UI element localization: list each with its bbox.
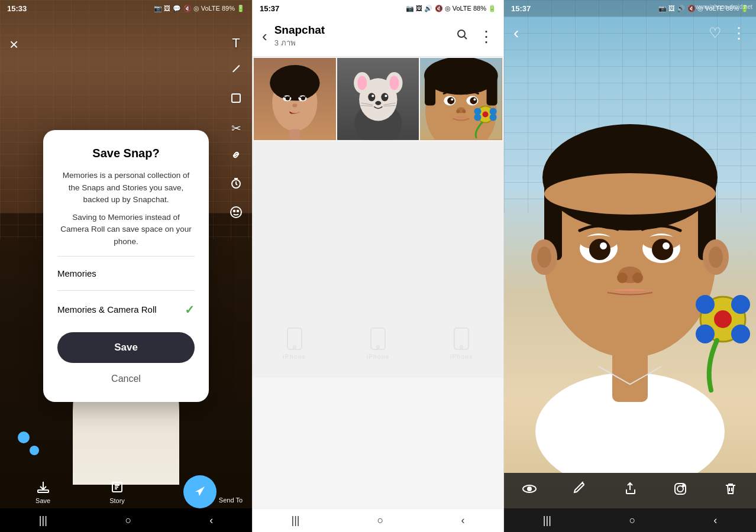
back-button-p3[interactable]: ‹ [513, 24, 519, 43]
photo-3-image [420, 58, 502, 140]
gallery-subtitle: 3 ภาพ [274, 37, 449, 49]
svg-point-84 [537, 246, 551, 268]
nav-menu-icon-p3[interactable]: ||| [543, 514, 551, 527]
photo-thumb-1[interactable] [254, 58, 336, 140]
header-title-area: Snapchat 3 ภาพ [274, 24, 449, 49]
svg-rect-39 [425, 76, 435, 105]
memories-option[interactable]: Memories [57, 261, 195, 286]
signal-icons-p2: 📷 🖼 🔊 🔇 ◎ VoLTE 88% 🔋 [406, 5, 496, 12]
photo-grid [253, 57, 503, 141]
svg-point-8 [458, 30, 465, 37]
photo-thumb-2[interactable] [337, 58, 419, 140]
svg-point-78 [663, 242, 670, 249]
svg-point-46 [474, 98, 476, 100]
svg-rect-64 [563, 390, 697, 473]
svg-point-27 [368, 93, 375, 101]
svg-point-88 [696, 295, 715, 314]
svg-point-80 [617, 273, 628, 283]
edit-icon[interactable] [572, 481, 587, 500]
watermark-2: iPhone [366, 327, 389, 360]
watermark-phone-icon-1 [286, 327, 303, 350]
svg-point-95 [677, 486, 683, 492]
instagram-square-icon [673, 481, 688, 497]
nav-back-icon-p3[interactable]: ‹ [713, 514, 717, 527]
search-icon-p2[interactable] [456, 28, 469, 45]
svg-point-70 [544, 173, 716, 215]
svg-rect-18 [289, 129, 300, 140]
photo-thumb-3[interactable] [420, 58, 502, 140]
svg-point-77 [600, 242, 607, 249]
time-panel2: 15:37 [260, 4, 279, 13]
share-icon[interactable] [622, 481, 638, 500]
trash-icon [723, 481, 738, 497]
bottom-action-bar-panel3 [504, 473, 756, 508]
svg-point-49 [463, 109, 466, 113]
svg-point-90 [696, 325, 715, 343]
delete-icon[interactable] [723, 481, 738, 500]
svg-point-57 [293, 346, 296, 348]
top-right-icons: ♡ ⋮ [709, 24, 747, 43]
svg-point-76 [652, 239, 673, 260]
svg-point-51 [483, 111, 489, 117]
nav-home-icon-p2[interactable]: ○ [377, 514, 384, 527]
gallery-title: Snapchat [274, 24, 449, 37]
top-icons-panel3: ‹ ♡ ⋮ [504, 18, 756, 48]
instagram-icon[interactable] [673, 481, 688, 500]
svg-point-43 [448, 97, 455, 104]
svg-point-30 [385, 95, 387, 97]
svg-point-59 [377, 346, 379, 348]
watermark-phone-icon-3 [453, 327, 470, 350]
nav-back-icon-p2[interactable]: ‹ [461, 514, 464, 527]
heart-icon[interactable]: ♡ [709, 25, 722, 41]
empty-gallery-area: iPhone iPhone iPhone [253, 141, 503, 378]
save-snap-dialog-overlay: Save Snap? Memories is a personal collec… [0, 0, 252, 532]
memories-camera-roll-label: Memories & Camera Roll [57, 304, 157, 314]
nav-menu-icon-p2[interactable]: ||| [292, 514, 300, 527]
time-panel3: 15:37 [511, 4, 531, 13]
svg-point-17 [292, 103, 297, 107]
eye-icon[interactable] [522, 481, 537, 500]
edit-pencil-icon [572, 481, 587, 497]
dialog-save-button[interactable]: Save [57, 332, 195, 363]
svg-point-29 [371, 95, 374, 97]
svg-point-91 [731, 325, 750, 343]
svg-point-28 [381, 93, 388, 101]
dialog-divider2 [57, 290, 195, 291]
svg-point-81 [632, 273, 643, 283]
dialog-divider1 [57, 256, 195, 257]
watermark-phone-icon-2 [369, 327, 387, 350]
svg-point-54 [474, 113, 482, 121]
dialog-body: Memories is a personal collection of the… [57, 170, 195, 248]
svg-point-44 [470, 97, 477, 104]
svg-point-31 [375, 101, 381, 105]
nav-home-icon-p3[interactable]: ○ [629, 514, 636, 527]
header-icons: ⋮ [456, 28, 494, 45]
watermark-text: www.iphone-droid.net [696, 4, 752, 10]
dialog-title: Save Snap? [57, 147, 195, 160]
view-icon [522, 481, 537, 497]
svg-point-26 [389, 76, 399, 90]
photo-1-image [254, 58, 336, 140]
statusbar-icons-panel2: 📷 🖼 🔊 🔇 ◎ VoLTE 88% 🔋 [406, 5, 496, 12]
more-menu-icon[interactable]: ⋮ [731, 24, 747, 43]
save-snap-dialog: Save Snap? Memories is a personal collec… [43, 130, 209, 402]
panel-full-image-view: www.iphone-droid.net 15:37 📷 🖼 🔊 🔇 ◎ VoL… [504, 0, 756, 532]
boy-photo [504, 47, 756, 473]
dialog-cancel-button[interactable]: Cancel [57, 368, 195, 390]
svg-rect-40 [487, 76, 497, 105]
svg-point-93 [528, 487, 531, 491]
svg-point-96 [683, 485, 684, 486]
more-icon-p2[interactable]: ⋮ [479, 29, 494, 44]
share-arrow-icon [622, 481, 638, 497]
watermark-1: iPhone [283, 327, 306, 360]
panel-snapchat-camera: 15:33 📷 🖼 💬 🔇 ◎ VoLTE 89% 🔋 × T ✂ [0, 0, 252, 532]
panel-snapchat-gallery: 15:37 📷 🖼 🔊 🔇 ◎ VoLTE 88% 🔋 ‹ Snapchat 3… [252, 0, 504, 532]
memories-label: Memories [57, 268, 96, 278]
memories-camera-roll-option[interactable]: Memories & Camera Roll ✓ [57, 296, 195, 324]
dialog-body-text2: Saving to Memories instead of Camera Rol… [57, 212, 195, 248]
back-button-p2[interactable]: ‹ [262, 27, 267, 46]
nav-bar-panel3: ||| ○ ‹ [504, 508, 756, 532]
svg-point-55 [490, 113, 497, 121]
watermark-text-1: iPhone [283, 353, 306, 360]
watermark-text-3: iPhone [450, 353, 473, 360]
